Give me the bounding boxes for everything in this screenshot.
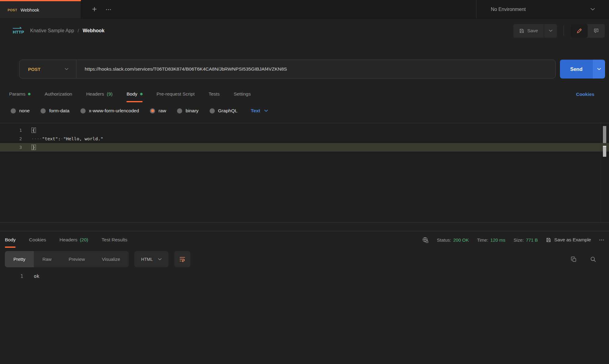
network-globe-lock-icon[interactable] [422, 237, 429, 243]
tab-options-icon[interactable]: ••• [106, 8, 112, 11]
radio-icon[interactable] [11, 108, 16, 114]
save-button[interactable]: Save [513, 24, 544, 38]
comments-button[interactable] [588, 24, 605, 38]
body-type-label: form-data [49, 108, 69, 114]
view-preview[interactable]: Preview [60, 251, 93, 267]
tab-authorization[interactable]: Authorization [44, 91, 72, 98]
response-tab-cookies[interactable]: Cookies [29, 231, 46, 248]
response-tab-headers[interactable]: Headers (20) [59, 231, 88, 248]
copy-icon [571, 256, 577, 262]
request-header: HTTP Knative Sample App / Webhook Save [0, 19, 609, 43]
search-button[interactable] [590, 256, 596, 262]
cookies-link[interactable]: Cookies [576, 92, 594, 97]
save-as-example-button[interactable]: Save as Example [546, 237, 591, 243]
url-container: POST https://hooks.slack.com/services/T0… [19, 60, 556, 79]
send-button[interactable]: Send [560, 60, 593, 79]
wrap-lines-button[interactable] [174, 251, 190, 267]
header-actions: Save [513, 24, 605, 38]
tab-label: Cookies [29, 237, 46, 243]
editor-line-3-current: 3 } [0, 143, 609, 152]
response-tab-body[interactable]: Body [5, 231, 16, 248]
wrap-text-icon [179, 256, 186, 262]
body-type-raw[interactable]: raw [150, 108, 166, 114]
tab-settings[interactable]: Settings [234, 91, 251, 98]
response-section: Body Cookies Headers (20) Test Results S… [0, 231, 609, 279]
size-label: Size: [514, 237, 524, 243]
body-type-row: none form-data x-www-form-urlencoded raw… [11, 108, 600, 114]
editor-scrollbar[interactable] [601, 123, 609, 222]
tab-label: Authorization [44, 91, 72, 97]
editor-line-1: 1 { [0, 126, 609, 135]
raw-language-label: Text [251, 108, 260, 114]
copy-button[interactable] [571, 256, 577, 262]
radio-icon[interactable] [177, 108, 182, 114]
radio-selected-icon[interactable] [150, 108, 155, 114]
breadcrumb-separator: / [78, 28, 79, 33]
send-options-button[interactable] [593, 60, 605, 79]
tab-label: Headers [86, 91, 104, 97]
tab-pre-request-script[interactable]: Pre-request Script [157, 91, 195, 98]
tab-params[interactable]: Params [9, 91, 30, 98]
tab-headers[interactable]: Headers (9) [86, 91, 113, 98]
response-toolbar: Pretty Raw Preview Visualize HTML [5, 251, 605, 267]
json-value: "Hello, world." [63, 136, 103, 141]
body-type-label: x-www-form-urlencoded [89, 108, 139, 114]
scrollbar-thumb[interactable] [603, 126, 606, 143]
response-options-icon[interactable]: ••• [599, 238, 605, 242]
response-meta: Status: 200 OK Time: 120 ms Size: 771 B … [422, 237, 605, 243]
response-body[interactable]: 1 ok [5, 274, 605, 279]
search-icon [590, 256, 596, 262]
request-tabs: Params Authorization Headers (9) Body Pr… [9, 91, 594, 98]
body-type-label: binary [186, 108, 198, 114]
response-headers-count: (20) [80, 237, 88, 243]
tab-label: Tests [209, 91, 220, 97]
chevron-down-icon [549, 30, 553, 32]
response-format-selector[interactable]: HTML [134, 251, 168, 267]
scrollbar-cursor-mark [603, 146, 606, 157]
edit-documentation-button[interactable] [571, 24, 588, 38]
time-value: 120 ms [490, 237, 505, 243]
request-url-row: POST https://hooks.slack.com/services/T0… [19, 60, 605, 79]
line-number: 1 [0, 126, 22, 135]
close-brace: } [31, 145, 36, 150]
view-raw[interactable]: Raw [34, 251, 60, 267]
tab-label: Pre-request Script [157, 91, 195, 97]
view-pretty[interactable]: Pretty [5, 251, 34, 267]
body-type-binary[interactable]: binary [177, 108, 198, 114]
save-options-button[interactable] [544, 24, 557, 38]
breadcrumb-collection[interactable]: Knative Sample App [30, 28, 74, 33]
body-type-form-data[interactable]: form-data [41, 108, 69, 114]
request-tab-webhook[interactable]: POST Webhook [0, 0, 81, 19]
body-type-urlencoded[interactable]: x-www-form-urlencoded [80, 108, 139, 114]
radio-icon[interactable] [80, 108, 86, 114]
environment-label: No Environment [491, 7, 526, 12]
environment-selector[interactable]: No Environment [476, 0, 609, 19]
format-label: HTML [141, 257, 153, 262]
line-number: 2 [0, 135, 22, 143]
tabbar-spacer [123, 0, 476, 19]
json-key: "text": [42, 136, 61, 141]
request-body-editor[interactable]: 1 { 2 ····"text":·"Hello, world." 3 } [0, 123, 609, 222]
send-button-group: Send [560, 60, 605, 79]
tab-label: Body [126, 91, 137, 97]
body-type-graphql[interactable]: GraphQL [210, 108, 238, 114]
method-selector[interactable]: POST [19, 67, 76, 72]
tab-body[interactable]: Body [126, 91, 142, 98]
url-input[interactable]: https://hooks.slack.com/services/T06TD83… [76, 66, 287, 72]
response-tab-test-results[interactable]: Test Results [102, 231, 127, 248]
http-protocol-icon: HTTP [11, 26, 24, 35]
view-visualize[interactable]: Visualize [94, 251, 129, 267]
breadcrumb-request-name: Webhook [83, 28, 104, 33]
body-type-label: raw [158, 108, 166, 114]
body-type-none[interactable]: none [11, 108, 30, 114]
status-label: Status: [437, 237, 451, 243]
radio-icon[interactable] [41, 108, 46, 114]
raw-language-selector[interactable]: Text [251, 108, 268, 114]
size-value: 771 B [526, 237, 538, 243]
radio-icon[interactable] [210, 108, 215, 114]
new-tab-button[interactable]: + [92, 5, 97, 13]
breadcrumb: Knative Sample App / Webhook [30, 28, 104, 33]
tab-method-badge: POST [8, 8, 17, 12]
tab-tests[interactable]: Tests [209, 91, 220, 98]
postman-app: POST Webhook + ••• No Environment HTTP K… [0, 0, 609, 364]
